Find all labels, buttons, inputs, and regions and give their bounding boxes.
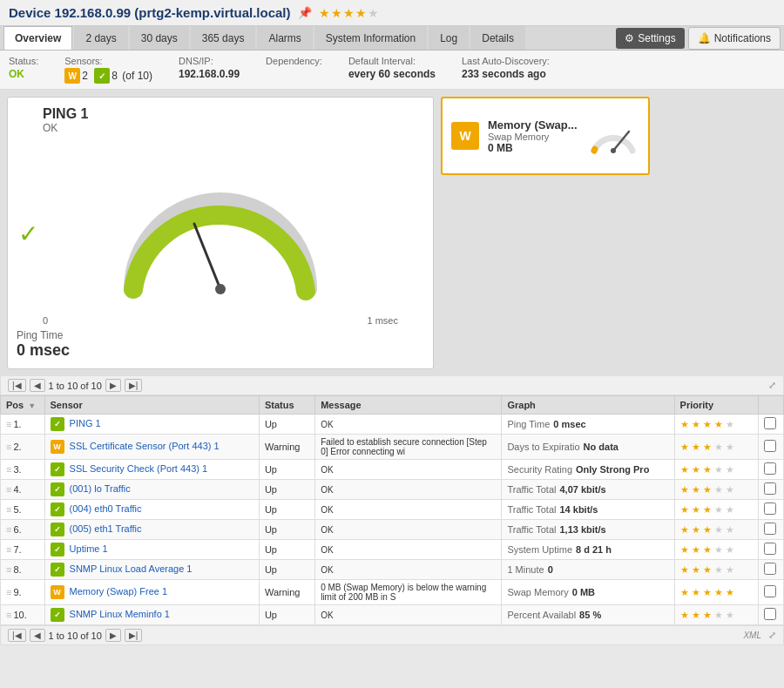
tab-overview[interactable]: Overview: [3, 26, 72, 50]
sensor-link[interactable]: (004) eth0 Traffic: [70, 503, 142, 514]
bottom-expand-icon[interactable]: ⤢: [768, 630, 776, 641]
cell-pos: ≡3.: [1, 460, 45, 480]
star-empty: ★: [714, 484, 723, 496]
sensor-link[interactable]: (005) eth1 Traffic: [70, 523, 142, 534]
nav-next[interactable]: ▶: [105, 379, 121, 392]
nav-prev[interactable]: ◀: [30, 379, 45, 392]
bottom-nav-next[interactable]: ▶: [105, 629, 121, 642]
memory-value: 0 MB: [488, 142, 578, 154]
row-checkbox[interactable]: [764, 585, 776, 597]
drag-handle-icon[interactable]: ≡: [6, 484, 11, 495]
cell-graph: Swap Memory0 MB: [502, 580, 674, 605]
sensor-status-icon: ✓: [51, 608, 64, 622]
tab-log[interactable]: Log: [429, 26, 469, 50]
drag-handle-icon[interactable]: ≡: [6, 419, 11, 429]
cell-priority: ★★★★★: [674, 560, 758, 580]
col-header-sensor[interactable]: Sensor: [44, 396, 259, 415]
drag-handle-icon[interactable]: ≡: [6, 610, 11, 620]
drag-handle-icon[interactable]: ≡: [6, 564, 11, 575]
sensor-table: Pos ▼ Sensor Status Message Graph Priori…: [0, 395, 784, 625]
cell-status: Up: [259, 520, 314, 540]
tab-365days[interactable]: 365 days: [191, 26, 256, 50]
cell-priority: ★★★★★: [674, 480, 758, 500]
row-checkbox[interactable]: [764, 608, 776, 620]
xml-link[interactable]: XML: [743, 631, 761, 640]
star-full: ★: [714, 419, 723, 430]
bottom-nav-first[interactable]: |◀: [8, 629, 26, 642]
drag-handle-icon[interactable]: ≡: [6, 524, 11, 535]
cell-graph: Traffic Total1,13 kbit/s: [502, 520, 674, 540]
cell-pos: ≡1.: [1, 415, 45, 435]
row-checkbox[interactable]: [764, 543, 776, 555]
row-checkbox[interactable]: [764, 417, 776, 429]
sensor-status-icon: ✓: [51, 417, 64, 431]
cell-priority: ★★★★★: [674, 520, 758, 540]
star-empty: ★: [726, 610, 734, 621]
settings-button[interactable]: ⚙ Settings: [616, 28, 684, 49]
graph-value: No data: [584, 442, 618, 452]
bottom-nav-prev[interactable]: ◀: [30, 629, 45, 642]
star-full: ★: [692, 564, 700, 576]
drag-handle-icon[interactable]: ≡: [6, 442, 11, 452]
sensor-link[interactable]: Memory (Swap) Free 1: [70, 586, 167, 597]
star-empty: ★: [726, 504, 734, 516]
memory-card[interactable]: W Memory (Swap... Swap Memory 0 MB: [441, 97, 650, 175]
sensor-status-icon: ✓: [51, 462, 64, 476]
star-full: ★: [692, 524, 700, 536]
drag-handle-icon[interactable]: ≡: [6, 464, 11, 475]
col-header-status[interactable]: Status: [259, 396, 314, 415]
status-bar: Status: OK Sensors: W2 ✓8 (of 10) DNS/IP…: [0, 51, 784, 90]
svg-line-0: [194, 224, 220, 289]
row-checkbox[interactable]: [764, 462, 776, 475]
nav-first[interactable]: |◀: [8, 379, 26, 392]
pagination-bar-top: |◀ ◀ 1 to 10 of 10 ▶ ▶| ⤢: [0, 376, 784, 395]
bottom-nav-last[interactable]: ▶|: [125, 629, 143, 642]
cell-graph: Days to ExpiratioNo data: [502, 435, 674, 460]
status-item-sensors: Sensors: W2 ✓8 (of 10): [64, 56, 152, 84]
tab-details[interactable]: Details: [470, 26, 525, 50]
star-empty: ★: [726, 524, 734, 536]
row-checkbox[interactable]: [764, 440, 776, 452]
drag-handle-icon[interactable]: ≡: [6, 504, 11, 515]
star-full: ★: [692, 419, 700, 430]
sensor-link[interactable]: Uptime 1: [70, 543, 108, 554]
star-full: ★: [692, 504, 700, 516]
sensor-status-icon: ✓: [51, 523, 64, 536]
cell-message: OK: [315, 415, 502, 435]
sensor-link[interactable]: SNMP Linux Load Average 1: [70, 563, 193, 574]
row-checkbox[interactable]: [764, 482, 776, 495]
sensor-link[interactable]: PING 1: [70, 418, 101, 428]
row-checkbox[interactable]: [764, 563, 776, 575]
sensor-link[interactable]: SSL Certificate Sensor (Port 443) 1: [70, 441, 220, 451]
star-empty: ★: [714, 524, 723, 536]
drag-handle-icon[interactable]: ≡: [6, 544, 11, 555]
sensor-link[interactable]: SNMP Linux Meminfo 1: [70, 609, 170, 619]
notifications-button[interactable]: 🔔 Notifications: [688, 27, 781, 50]
sensor-link[interactable]: (001) lo Traffic: [70, 483, 131, 494]
memory-info: Memory (Swap... Swap Memory 0 MB: [488, 118, 578, 154]
nav-last[interactable]: ▶|: [125, 379, 143, 392]
expand-icon[interactable]: ⤢: [768, 380, 776, 391]
row-checkbox[interactable]: [764, 523, 776, 535]
tab-30days[interactable]: 30 days: [130, 26, 189, 50]
col-header-priority[interactable]: Priority: [674, 396, 758, 415]
drag-handle-icon[interactable]: ≡: [6, 587, 11, 597]
col-header-graph[interactable]: Graph: [502, 396, 674, 415]
table-row: ≡8. ✓ SNMP Linux Load Average 1 Up OK 1 …: [1, 560, 784, 580]
star-full: ★: [703, 442, 712, 453]
cell-check: [759, 540, 784, 560]
tab-system-information[interactable]: System Information: [314, 26, 427, 50]
col-header-pos[interactable]: Pos ▼: [1, 396, 45, 415]
cell-sensor: ✓ SSL Security Check (Port 443) 1: [44, 460, 259, 480]
cell-pos: ≡5.: [1, 500, 45, 520]
cell-pos: ≡10.: [1, 605, 45, 625]
device-stars[interactable]: ★★★★★: [319, 6, 380, 20]
dns-label: DNS/IP:: [179, 56, 240, 66]
sensor-link[interactable]: SSL Security Check (Port 443) 1: [70, 463, 208, 474]
tab-alarms[interactable]: Alarms: [257, 26, 312, 50]
cell-graph: Traffic Total4,07 kbit/s: [502, 480, 674, 500]
star-full: ★: [703, 564, 712, 576]
col-header-message[interactable]: Message: [315, 396, 502, 415]
row-checkbox[interactable]: [764, 503, 776, 515]
tab-2days[interactable]: 2 days: [74, 26, 127, 50]
